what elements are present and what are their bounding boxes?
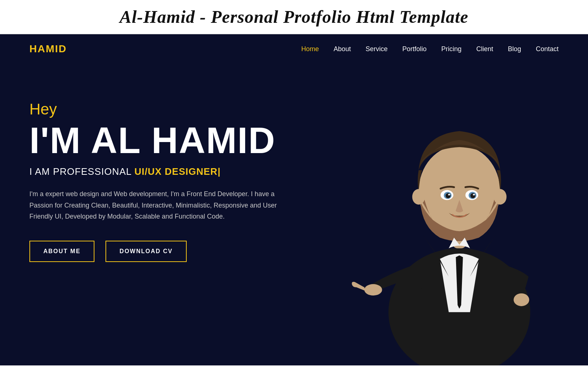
hero-name: I'M AL HAMID bbox=[29, 122, 559, 159]
download-cv-button[interactable]: DOWNLOAD CV bbox=[105, 241, 187, 262]
nav-link-pricing[interactable]: Pricing bbox=[441, 45, 462, 53]
hero-greeting: Hey bbox=[29, 100, 559, 118]
navbar: HAMID Home About Service Portfolio Prici… bbox=[0, 34, 588, 64]
hero-buttons: ABOUT ME DOWNLOAD CV bbox=[29, 241, 559, 262]
top-banner: Al-Hamid - Personal Protfolio Html Templ… bbox=[0, 0, 588, 34]
site-wrapper: HAMID Home About Service Portfolio Prici… bbox=[0, 34, 588, 365]
nav-item-client[interactable]: Client bbox=[476, 45, 493, 53]
nav-item-portfolio[interactable]: Portfolio bbox=[402, 45, 427, 53]
nav-item-contact[interactable]: Contact bbox=[536, 45, 559, 53]
nav-link-home[interactable]: Home bbox=[301, 45, 319, 53]
nav-item-service[interactable]: Service bbox=[366, 45, 388, 53]
nav-link-blog[interactable]: Blog bbox=[508, 45, 521, 53]
nav-item-about[interactable]: About bbox=[334, 45, 351, 53]
hero-title-highlight: UI/UX DESIGNER| bbox=[135, 166, 221, 177]
nav-link-portfolio[interactable]: Portfolio bbox=[402, 45, 427, 53]
nav-link-contact[interactable]: Contact bbox=[536, 45, 559, 53]
hero-title-prefix: I AM PROFESSIONAL bbox=[29, 166, 135, 177]
banner-title: Al-Hamid - Personal Protfolio Html Templ… bbox=[0, 7, 588, 27]
hero-content: Hey I'M AL HAMID I AM PROFESSIONAL UI/UX… bbox=[29, 86, 559, 262]
hero-section: Hey I'M AL HAMID I AM PROFESSIONAL UI/UX… bbox=[0, 64, 588, 365]
svg-point-3 bbox=[364, 284, 382, 296]
nav-item-pricing[interactable]: Pricing bbox=[441, 45, 462, 53]
nav-link-service[interactable]: Service bbox=[366, 45, 388, 53]
hero-description: I'm a expert web design and Web developm… bbox=[29, 188, 279, 222]
logo[interactable]: HAMID bbox=[29, 43, 67, 55]
nav-links: Home About Service Portfolio Pricing Cli… bbox=[301, 45, 559, 53]
nav-item-blog[interactable]: Blog bbox=[508, 45, 521, 53]
svg-point-2 bbox=[514, 293, 529, 306]
hero-title: I AM PROFESSIONAL UI/UX DESIGNER| bbox=[29, 166, 559, 177]
about-me-button[interactable]: ABOUT ME bbox=[29, 241, 94, 262]
nav-link-client[interactable]: Client bbox=[476, 45, 493, 53]
nav-link-about[interactable]: About bbox=[334, 45, 351, 53]
nav-item-home[interactable]: Home bbox=[301, 45, 319, 53]
